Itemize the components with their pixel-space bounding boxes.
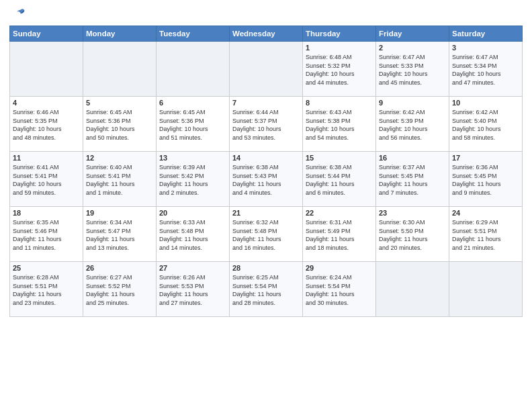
day-number: 2 (379, 44, 446, 52)
day-number: 8 (306, 99, 373, 107)
day-number: 14 (232, 154, 300, 162)
day-cell: 12Sunrise: 6:40 AM Sunset: 5:41 PM Dayli… (83, 152, 157, 207)
day-cell: 9Sunrise: 6:42 AM Sunset: 5:39 PM Daylig… (376, 97, 449, 152)
day-info: Sunrise: 6:45 AM Sunset: 5:36 PM Dayligh… (159, 108, 226, 142)
week-row-5: 25Sunrise: 6:28 AM Sunset: 5:51 PM Dayli… (10, 262, 523, 317)
day-info: Sunrise: 6:25 AM Sunset: 5:54 PM Dayligh… (232, 273, 300, 307)
day-info: Sunrise: 6:26 AM Sunset: 5:53 PM Dayligh… (159, 273, 226, 307)
day-info: Sunrise: 6:44 AM Sunset: 5:37 PM Dayligh… (232, 108, 300, 142)
calendar: SundayMondayTuesdayWednesdayThursdayFrid… (9, 26, 523, 317)
day-info: Sunrise: 6:42 AM Sunset: 5:40 PM Dayligh… (452, 108, 519, 142)
week-row-1: 1Sunrise: 6:48 AM Sunset: 5:32 PM Daylig… (10, 42, 523, 97)
day-info: Sunrise: 6:47 AM Sunset: 5:33 PM Dayligh… (379, 53, 446, 87)
col-header-thursday: Thursday (303, 26, 376, 42)
day-number: 29 (306, 264, 373, 272)
day-number: 19 (86, 209, 153, 217)
day-number: 27 (159, 264, 226, 272)
day-info: Sunrise: 6:39 AM Sunset: 5:42 PM Dayligh… (159, 163, 226, 197)
day-number: 15 (306, 154, 373, 162)
col-header-friday: Friday (376, 26, 449, 42)
day-info: Sunrise: 6:40 AM Sunset: 5:41 PM Dayligh… (86, 163, 153, 197)
day-cell (10, 42, 83, 97)
day-info: Sunrise: 6:28 AM Sunset: 5:51 PM Dayligh… (13, 273, 80, 307)
day-cell (157, 42, 230, 97)
day-cell: 7Sunrise: 6:44 AM Sunset: 5:37 PM Daylig… (230, 97, 303, 152)
day-cell: 8Sunrise: 6:43 AM Sunset: 5:38 PM Daylig… (303, 97, 376, 152)
day-number: 16 (379, 154, 446, 162)
week-row-3: 11Sunrise: 6:41 AM Sunset: 5:41 PM Dayli… (10, 152, 523, 207)
day-cell: 3Sunrise: 6:47 AM Sunset: 5:34 PM Daylig… (449, 42, 523, 97)
day-cell: 21Sunrise: 6:32 AM Sunset: 5:48 PM Dayli… (230, 207, 303, 262)
day-cell: 11Sunrise: 6:41 AM Sunset: 5:41 PM Dayli… (10, 152, 83, 207)
day-info: Sunrise: 6:41 AM Sunset: 5:41 PM Dayligh… (13, 163, 80, 197)
day-info: Sunrise: 6:30 AM Sunset: 5:50 PM Dayligh… (379, 218, 446, 252)
day-info: Sunrise: 6:46 AM Sunset: 5:35 PM Dayligh… (13, 108, 80, 142)
day-cell (449, 262, 523, 317)
logo (9, 7, 26, 21)
day-info: Sunrise: 6:37 AM Sunset: 5:45 PM Dayligh… (379, 163, 446, 197)
day-cell: 23Sunrise: 6:30 AM Sunset: 5:50 PM Dayli… (376, 207, 449, 262)
day-cell (83, 42, 157, 97)
day-number: 20 (159, 209, 226, 217)
day-info: Sunrise: 6:32 AM Sunset: 5:48 PM Dayligh… (232, 218, 300, 252)
day-cell: 16Sunrise: 6:37 AM Sunset: 5:45 PM Dayli… (376, 152, 449, 207)
week-row-2: 4Sunrise: 6:46 AM Sunset: 5:35 PM Daylig… (10, 97, 523, 152)
day-number: 26 (86, 264, 153, 272)
day-number: 23 (379, 209, 446, 217)
day-cell: 22Sunrise: 6:31 AM Sunset: 5:49 PM Dayli… (303, 207, 376, 262)
day-info: Sunrise: 6:38 AM Sunset: 5:43 PM Dayligh… (232, 163, 300, 197)
col-header-tuesday: Tuesday (157, 26, 230, 42)
day-number: 9 (379, 99, 446, 107)
day-cell (376, 262, 449, 317)
day-cell: 20Sunrise: 6:33 AM Sunset: 5:48 PM Dayli… (157, 207, 230, 262)
week-row-4: 18Sunrise: 6:35 AM Sunset: 5:46 PM Dayli… (10, 207, 523, 262)
day-cell: 17Sunrise: 6:36 AM Sunset: 5:45 PM Dayli… (449, 152, 523, 207)
day-cell: 15Sunrise: 6:38 AM Sunset: 5:44 PM Dayli… (303, 152, 376, 207)
day-cell: 24Sunrise: 6:29 AM Sunset: 5:51 PM Dayli… (449, 207, 523, 262)
day-number: 22 (306, 209, 373, 217)
day-cell (230, 42, 303, 97)
day-number: 24 (452, 209, 519, 217)
day-info: Sunrise: 6:31 AM Sunset: 5:49 PM Dayligh… (306, 218, 373, 252)
day-cell: 28Sunrise: 6:25 AM Sunset: 5:54 PM Dayli… (230, 262, 303, 317)
day-number: 28 (232, 264, 300, 272)
day-number: 18 (13, 209, 80, 217)
day-number: 13 (159, 154, 226, 162)
day-info: Sunrise: 6:36 AM Sunset: 5:45 PM Dayligh… (452, 163, 519, 197)
calendar-header-row: SundayMondayTuesdayWednesdayThursdayFrid… (10, 26, 523, 42)
col-header-monday: Monday (83, 26, 157, 42)
day-info: Sunrise: 6:47 AM Sunset: 5:34 PM Dayligh… (452, 53, 519, 87)
day-number: 6 (159, 99, 226, 107)
day-number: 5 (86, 99, 153, 107)
day-number: 1 (306, 44, 373, 52)
day-number: 10 (452, 99, 519, 107)
day-info: Sunrise: 6:33 AM Sunset: 5:48 PM Dayligh… (159, 218, 226, 252)
day-cell: 18Sunrise: 6:35 AM Sunset: 5:46 PM Dayli… (10, 207, 83, 262)
day-cell: 13Sunrise: 6:39 AM Sunset: 5:42 PM Dayli… (157, 152, 230, 207)
day-info: Sunrise: 6:48 AM Sunset: 5:32 PM Dayligh… (306, 53, 373, 87)
day-info: Sunrise: 6:43 AM Sunset: 5:38 PM Dayligh… (306, 108, 373, 142)
day-cell: 29Sunrise: 6:24 AM Sunset: 5:54 PM Dayli… (303, 262, 376, 317)
day-number: 21 (232, 209, 300, 217)
col-header-wednesday: Wednesday (230, 26, 303, 42)
logo-bird-icon (11, 7, 26, 21)
day-number: 17 (452, 154, 519, 162)
day-info: Sunrise: 6:42 AM Sunset: 5:39 PM Dayligh… (379, 108, 446, 142)
day-number: 12 (86, 154, 153, 162)
day-number: 4 (13, 99, 80, 107)
day-info: Sunrise: 6:35 AM Sunset: 5:46 PM Dayligh… (13, 218, 80, 252)
col-header-saturday: Saturday (449, 26, 523, 42)
day-cell: 2Sunrise: 6:47 AM Sunset: 5:33 PM Daylig… (376, 42, 449, 97)
day-info: Sunrise: 6:24 AM Sunset: 5:54 PM Dayligh… (306, 273, 373, 307)
day-number: 7 (232, 99, 300, 107)
day-cell: 4Sunrise: 6:46 AM Sunset: 5:35 PM Daylig… (10, 97, 83, 152)
day-cell: 26Sunrise: 6:27 AM Sunset: 5:52 PM Dayli… (83, 262, 157, 317)
day-cell: 5Sunrise: 6:45 AM Sunset: 5:36 PM Daylig… (83, 97, 157, 152)
header (9, 7, 523, 21)
day-cell: 25Sunrise: 6:28 AM Sunset: 5:51 PM Dayli… (10, 262, 83, 317)
day-number: 25 (13, 264, 80, 272)
day-info: Sunrise: 6:27 AM Sunset: 5:52 PM Dayligh… (86, 273, 153, 307)
day-number: 3 (452, 44, 519, 52)
day-info: Sunrise: 6:45 AM Sunset: 5:36 PM Dayligh… (86, 108, 153, 142)
col-header-sunday: Sunday (10, 26, 83, 42)
